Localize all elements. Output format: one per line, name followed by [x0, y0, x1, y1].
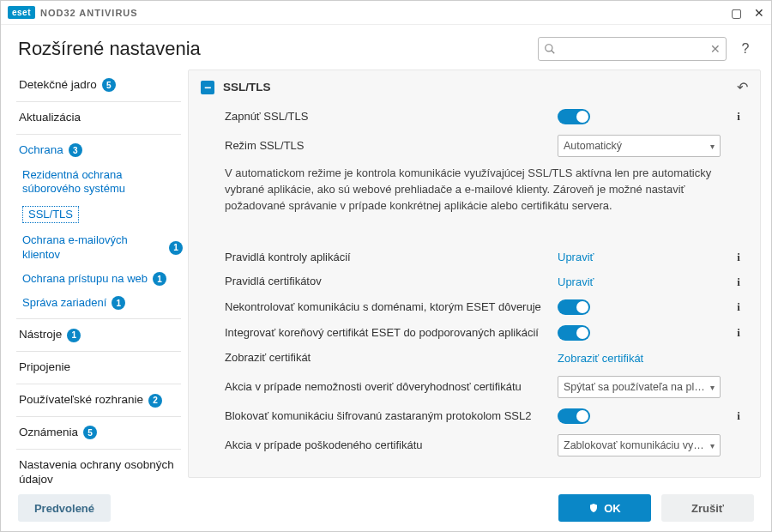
sidebar: Detekčné jadro 5 Aktualizácia Ochrana 3 … — [1, 70, 188, 485]
info-icon[interactable]: i — [737, 409, 740, 422]
settings-rows: Zapnúť SSL/TLS i Režim SSL/TLS Automatic… — [189, 104, 760, 474]
sidebar-item-label: Oznámenia — [19, 426, 78, 440]
select-value: Spýtať sa používateľa na pla... — [564, 381, 705, 393]
brand-mark: eset — [8, 6, 35, 19]
chevron-down-icon: ▾ — [710, 142, 715, 151]
mode-description: V automatickom režime je kontrola komuni… — [225, 162, 748, 230]
row-damaged-cert-action: Akcia v prípade poškodeného certifikátu … — [225, 429, 748, 462]
row-enable-ssl: Zapnúť SSL/TLS i — [225, 104, 748, 130]
setting-label: Pravidlá kontroly aplikácií — [225, 251, 549, 265]
select-unverified-action[interactable]: Spýtať sa používateľa na pla... ▾ — [558, 376, 721, 398]
info-icon[interactable]: i — [737, 326, 740, 339]
setting-label: Zapnúť SSL/TLS — [225, 110, 549, 124]
toggle-block-ssl2[interactable] — [558, 408, 590, 424]
row-cert-rules: Pravidlá certifikátov Upraviť i — [225, 269, 748, 294]
body: Detekčné jadro 5 Aktualizácia Ochrana 3 … — [1, 70, 771, 485]
sidebar-item-notifications[interactable]: Oznámenia 5 — [8, 420, 188, 445]
sidebar-item-label: Používateľské rozhranie — [19, 393, 143, 408]
sidebar-badge: 1 — [153, 272, 166, 286]
info-icon[interactable]: i — [737, 251, 740, 263]
svg-line-1 — [552, 51, 555, 54]
section-title: SSL/TLS — [223, 81, 728, 94]
sidebar-item-label: Detekčné jadro — [19, 78, 97, 93]
product-name: NOD32 ANTIVIRUS — [40, 8, 138, 18]
sidebar-item-update[interactable]: Aktualizácia — [8, 106, 188, 130]
sidebar-item-label: SSL/TLS — [22, 206, 79, 223]
sidebar-item-realtime-fs[interactable]: Rezidentná ochrana súborového systému — [8, 163, 188, 202]
ok-button-label: OK — [604, 502, 621, 515]
cancel-button[interactable]: Zrušiť — [661, 494, 754, 522]
window-controls: ▢ ✕ — [731, 6, 764, 20]
search-input[interactable] — [556, 43, 710, 56]
row-show-cert: Zobraziť certifikát Zobraziť certifikát — [225, 346, 748, 371]
select-damaged-action[interactable]: Zablokovať komunikáciu vyu... ▾ — [558, 434, 721, 456]
shield-icon — [588, 502, 599, 514]
section-header: − SSL/TLS ↶ — [189, 70, 760, 104]
brand-logo: eset NOD32 ANTIVIRUS — [8, 6, 138, 19]
sidebar-item-connection[interactable]: Pripojenie — [8, 355, 188, 380]
sidebar-item-label: Správa zariadení — [22, 296, 106, 310]
setting-label: Zobraziť certifikát — [225, 351, 549, 366]
row-app-rules: Pravidlá kontroly aplikácií Upraviť i — [225, 245, 748, 270]
sidebar-badge: 1 — [169, 241, 183, 255]
chevron-down-icon: ▾ — [710, 441, 715, 450]
sidebar-badge: 1 — [112, 296, 125, 310]
sidebar-item-label: Pripojenie — [19, 360, 70, 375]
revert-icon[interactable]: ↶ — [737, 79, 748, 95]
row-ssl-mode: Režim SSL/TLS Automatický ▾ — [225, 130, 748, 162]
titlebar: eset NOD32 ANTIVIRUS ▢ ✕ — [1, 1, 771, 25]
ok-button[interactable]: OK — [558, 494, 651, 522]
setting-label: Režim SSL/TLS — [225, 139, 549, 154]
chevron-down-icon: ▾ — [710, 383, 715, 392]
sidebar-item-tools[interactable]: Nástroje 1 — [8, 323, 188, 348]
select-value: Zablokovať komunikáciu vyu... — [564, 439, 705, 451]
sidebar-item-protection[interactable]: Ochrana 3 — [8, 138, 188, 163]
select-ssl-mode[interactable]: Automatický ▾ — [558, 135, 721, 157]
select-value: Automatický — [564, 140, 622, 152]
setting-label: Akcia v prípade nemožnosti overiť dôvery… — [225, 380, 549, 395]
sidebar-item-ssl-tls[interactable]: SSL/TLS — [8, 201, 188, 228]
search-field[interactable]: ✕ — [538, 37, 727, 61]
info-icon[interactable]: i — [737, 110, 740, 123]
sidebar-badge: 2 — [148, 394, 162, 408]
collapse-toggle-icon[interactable]: − — [201, 81, 214, 94]
sidebar-item-label: Ochrana e-mailových klientov — [22, 233, 164, 262]
page-title: Rozšírené nastavenia — [18, 38, 528, 60]
content-panel: − SSL/TLS ↶ Zapnúť SSL/TLS i Režim SSL/T… — [188, 70, 761, 478]
info-icon[interactable]: i — [737, 275, 740, 288]
default-button[interactable]: Predvolené — [18, 494, 111, 522]
sidebar-item-email-clients[interactable]: Ochrana e-mailových klientov 1 — [8, 228, 188, 267]
link-edit-app-rules[interactable]: Upraviť — [558, 251, 594, 263]
help-icon[interactable]: ? — [737, 41, 754, 57]
row-trusted-domains: Nekontrolovať komunikáciu s doménami, kt… — [225, 294, 748, 320]
toggle-enable-ssl[interactable] — [558, 109, 590, 124]
sidebar-item-label: Ochrana — [19, 143, 63, 158]
setting-label: Integrovať koreňový certifikát ESET do p… — [225, 326, 549, 341]
sidebar-item-label: Ochrana prístupu na web — [22, 272, 148, 286]
sidebar-item-device-control[interactable]: Správa zariadení 1 — [8, 291, 188, 315]
row-unverified-cert-action: Akcia v prípade nemožnosti overiť dôvery… — [225, 371, 748, 403]
window-close-icon[interactable]: ✕ — [754, 6, 764, 20]
setting-label: Akcia v prípade poškodeného certifikátu — [225, 438, 549, 453]
sidebar-item-label: Nastavenia ochrany osobných údajov — [19, 458, 183, 485]
window-maximize-icon[interactable]: ▢ — [731, 6, 742, 20]
row-block-ssl2: Blokovať komunikáciu šifrovanú zastaraný… — [225, 403, 748, 429]
app-window: eset NOD32 ANTIVIRUS ▢ ✕ Rozšírené nasta… — [0, 0, 772, 532]
sidebar-item-detection-core[interactable]: Detekčné jadro 5 — [8, 73, 188, 98]
search-clear-icon[interactable]: ✕ — [710, 42, 721, 56]
info-icon[interactable]: i — [737, 300, 740, 313]
header: Rozšírené nastavenia ✕ ? — [1, 25, 771, 70]
link-show-certificate[interactable]: Zobraziť certifikát — [558, 352, 643, 365]
footer: Predvolené OK Zrušiť — [1, 485, 771, 531]
toggle-integrate-root-cert[interactable] — [558, 325, 590, 341]
search-icon — [544, 43, 556, 55]
sidebar-item-label: Nástroje — [19, 328, 62, 342]
sidebar-badge: 5 — [102, 78, 116, 92]
setting-label: Pravidlá certifikátov — [225, 275, 549, 289]
link-edit-cert-rules[interactable]: Upraviť — [558, 275, 594, 288]
setting-label: Blokovať komunikáciu šifrovanú zastaraný… — [225, 409, 549, 424]
sidebar-item-privacy[interactable]: Nastavenia ochrany osobných údajov — [8, 453, 188, 485]
toggle-trusted-domains[interactable] — [558, 299, 590, 315]
sidebar-item-ui[interactable]: Používateľské rozhranie 2 — [8, 388, 188, 413]
sidebar-item-web-access[interactable]: Ochrana prístupu na web 1 — [8, 267, 188, 291]
